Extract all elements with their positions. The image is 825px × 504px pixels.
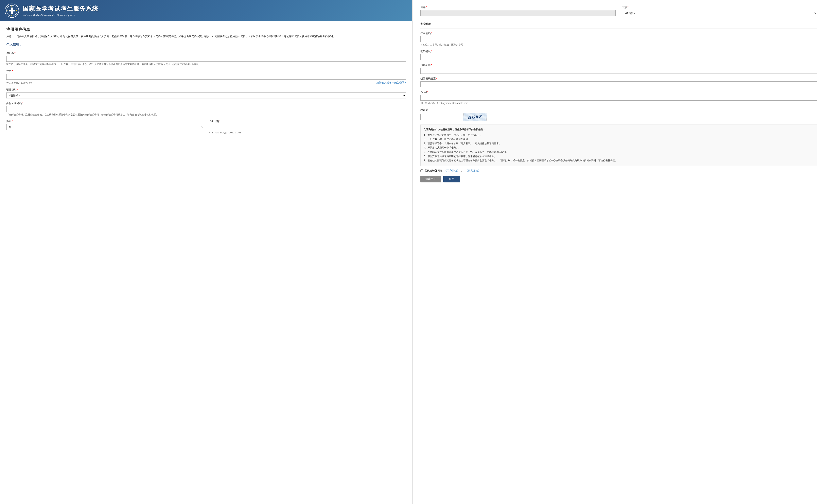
gender-birthdate-row: 性别* 男 女 出生日期* YYYY-MM-DD 如：2010-01-01 xyxy=(6,119,406,138)
birthdate-hint: YYYY-MM-DD 如：2010-01-01 xyxy=(209,131,406,135)
right-panel: 国籍* 中国 China 民族* <请选择> 汉族 回族 满族 蒙古族 藏族 维… xyxy=(412,0,825,504)
security-question-input[interactable] xyxy=(421,68,817,74)
logo xyxy=(5,4,19,18)
left-panel: 国家医学考试考生服务系统 National Medical Examinatio… xyxy=(0,0,412,504)
gender-field-group: 性别* 男 女 xyxy=(6,119,204,135)
birthdate-input[interactable] xyxy=(209,124,406,130)
password-input[interactable] xyxy=(421,36,817,42)
ethnicity-field-group: 民族* <请选择> 汉族 回族 满族 蒙古族 藏族 维吾尔族 壮族 xyxy=(622,6,817,16)
logo-text: 国家医学考试考生服务系统 National Medical Examinatio… xyxy=(22,5,98,17)
idnumber-hint: 「身份证明号码」注册后禁止修改。在注册资料时系统会判断是否有重复的身份证明号码，… xyxy=(6,113,406,116)
email-field-group: Email* 用于找回密码，例如 myname@example.com xyxy=(421,90,817,105)
birthdate-field-group: 出生日期* YYYY-MM-DD 如：2010-01-01 xyxy=(209,119,406,135)
nationality-input: 中国 China xyxy=(421,10,616,16)
confirm-password-field-group: 密码确认* xyxy=(421,50,817,60)
captcha-row: HGhZ xyxy=(421,113,817,121)
security-tip-6: 6、请勿安装非法或来路不明的外挂程序，使用者将被永久冻结帐号。 xyxy=(424,154,814,159)
confirm-password-label: 密码确认* xyxy=(421,50,817,53)
captcha-field-group: 验证码 HGhZ xyxy=(421,108,817,121)
left-content: 注册用户信息 注意：一定要本人申请帐号，以确保个人资料、帐号之保管责任。在注册时… xyxy=(0,21,412,504)
birthdate-label: 出生日期* xyxy=(209,119,406,123)
idnumber-input[interactable] xyxy=(6,106,406,112)
security-question-label: 密码问题* xyxy=(421,63,817,67)
security-tips: 为避免您的个人信息被盗用，请务必做好以下的防护措施： 1、避免设定太容易辨识的「… xyxy=(421,124,817,166)
security-tip-3: 3、请妥善保管个人「用户名」和「用户密码」，避免透露给其它第三者。 xyxy=(424,142,814,146)
user-agreement-link[interactable]: 《用户协议》 xyxy=(444,169,460,173)
nationality-ethnicity-row: 国籍* 中国 China 民族* <请选择> 汉族 回族 满族 蒙古族 藏族 维… xyxy=(421,6,817,19)
password-label: 登录密码* xyxy=(421,31,817,35)
email-input[interactable] xyxy=(421,95,817,101)
back-button[interactable]: 返回 xyxy=(443,176,460,182)
security-answer-input[interactable] xyxy=(421,81,817,87)
security-title: 安全信息: xyxy=(421,22,817,26)
agreement-checkbox[interactable] xyxy=(421,169,423,172)
rare-char-link[interactable]: 如何输入姓名中的生僻字? xyxy=(376,81,406,84)
username-label: 用户名* xyxy=(6,51,406,55)
username-field-group: 用户名* 3-20位，以字母开头，由字母下划线和数字组成。「用户名」注册后禁止修… xyxy=(6,51,406,66)
header: 国家医学考试考生服务系统 National Medical Examinatio… xyxy=(0,0,412,21)
create-user-button[interactable]: 创建用户 xyxy=(421,176,441,182)
idtype-select[interactable]: <请选择> 居民身份证 护照 港澳居民来往内地通行证 xyxy=(6,92,406,98)
security-tip-4: 4、严禁多人共用同一个「帐号」。 xyxy=(424,146,814,150)
realname-hint-left: 大陆考生姓名必须为汉字。 xyxy=(6,81,35,85)
svg-rect-2 xyxy=(9,10,15,11)
agreement-separator: 、 xyxy=(461,169,464,173)
ethnicity-select[interactable]: <请选择> 汉族 回族 满族 蒙古族 藏族 维吾尔族 壮族 xyxy=(622,10,817,16)
gender-label: 性别* xyxy=(6,119,204,123)
idnumber-field-group: 身份证明号码* 「身份证明号码」注册后禁止修改。在注册资料时系统会判断是否有重复… xyxy=(6,102,406,116)
svg-point-4 xyxy=(11,6,12,6)
captcha-label: 验证码 xyxy=(421,108,817,112)
ethnicity-label: 民族* xyxy=(622,6,817,9)
site-subtitle: National Medical Examination Service Sys… xyxy=(22,14,98,17)
email-hint: 用于找回密码，例如 myname@example.com xyxy=(421,101,817,105)
svg-point-7 xyxy=(16,10,17,11)
idtype-field-group: 证件类型* <请选择> 居民身份证 护照 港澳居民来往内地通行证 xyxy=(6,88,406,98)
site-title: 国家医学考试考生服务系统 xyxy=(22,5,98,13)
agreement-text: 我已阅读并同意 xyxy=(425,169,443,173)
svg-point-6 xyxy=(7,10,7,11)
divider xyxy=(421,28,817,28)
password-field-group: 登录密码* 8-20位，由字母、数字组成，区分大小写 xyxy=(421,31,817,47)
confirm-password-input[interactable] xyxy=(421,54,817,60)
gender-select[interactable]: 男 女 xyxy=(6,124,204,130)
privacy-policy-link[interactable]: 《隐私政策》 xyxy=(465,169,481,173)
nationality-field-group: 国籍* 中国 China xyxy=(421,6,616,16)
idnumber-label: 身份证明号码* xyxy=(6,102,406,105)
security-question-field-group: 密码问题* xyxy=(421,63,817,74)
username-hint: 3-20位，以字母开头，由字母下划线和数字组成。「用户名」注册后禁止修改。在个人… xyxy=(6,63,406,66)
realname-field-group: 姓名* 大陆考生姓名必须为汉字。 如何输入姓名中的生僻字? xyxy=(6,69,406,85)
security-tips-title: 为避免您的个人信息被盗用，请务必做好以下的防护措施： xyxy=(424,128,814,132)
security-tip-2: 2、「用户名」与「用户密码」请避免相同。 xyxy=(424,137,814,142)
agreement-row: 我已阅读并同意 《用户协议》 、 《隐私政策》 xyxy=(421,169,817,173)
security-answer-label: 找回密码答案* xyxy=(421,77,817,80)
realname-hint-row: 大陆考生姓名必须为汉字。 如何输入姓名中的生僻字? xyxy=(6,80,406,85)
personal-info-heading: 个人信息： xyxy=(6,43,406,48)
captcha-text: HGhZ xyxy=(467,114,482,120)
username-input[interactable] xyxy=(6,56,406,62)
button-row: 创建用户 返回 xyxy=(421,176,817,182)
captcha-input[interactable] xyxy=(421,114,460,120)
idtype-label: 证件类型* xyxy=(6,88,406,91)
realname-label: 姓名* xyxy=(6,69,406,73)
email-label: Email* xyxy=(421,90,817,94)
password-hint: 8-20位，由字母、数字组成，区分大小写 xyxy=(421,43,817,47)
realname-input[interactable] xyxy=(6,74,406,80)
security-answer-field-group: 找回密码答案* xyxy=(421,77,817,87)
security-tip-7: 7、若有他人假藉任何其他名义或线上管理者名称要向您索取「帐号」、「密码」时，请特… xyxy=(424,159,814,163)
notice-text: 注意：一定要本人申请帐号，以确保个人资料、帐号之保管责任。在注册时提供的个人资料… xyxy=(6,34,406,38)
register-title: 注册用户信息 xyxy=(6,27,406,32)
security-tip-1: 1、避免设定太容易辨识的「用户名」和「用户密码」。 xyxy=(424,133,814,137)
security-tip-5: 5、在网吧等公共场所离开座位时请务必先下线，以免帐号、密码被盗用或复制。 xyxy=(424,150,814,154)
captcha-image[interactable]: HGhZ xyxy=(463,113,487,121)
nationality-label: 国籍* xyxy=(421,6,616,9)
svg-point-5 xyxy=(11,15,12,16)
